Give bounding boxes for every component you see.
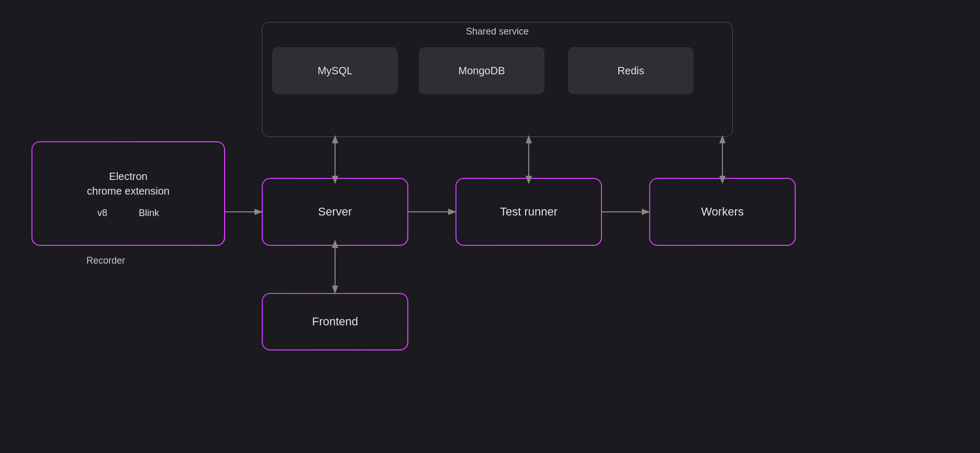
mongodb-box: MongoDB — [419, 47, 544, 94]
electron-title: Electronchrome extension — [87, 169, 170, 198]
diagram-container: Shared service MySQL MongoDB Redis Elect… — [0, 0, 980, 453]
redis-box: Redis — [568, 47, 694, 94]
server-box: Server — [262, 178, 408, 246]
recorder-label: Recorder — [86, 255, 125, 266]
frontend-box: Frontend — [262, 293, 408, 350]
workers-box: Workers — [649, 178, 796, 246]
mysql-box: MySQL — [272, 47, 398, 94]
testrunner-box: Test runner — [455, 178, 602, 246]
shared-service-label: Shared service — [466, 26, 529, 37]
electron-box: Electronchrome extension v8 Blink — [31, 141, 225, 246]
electron-sub: v8 Blink — [97, 208, 159, 219]
